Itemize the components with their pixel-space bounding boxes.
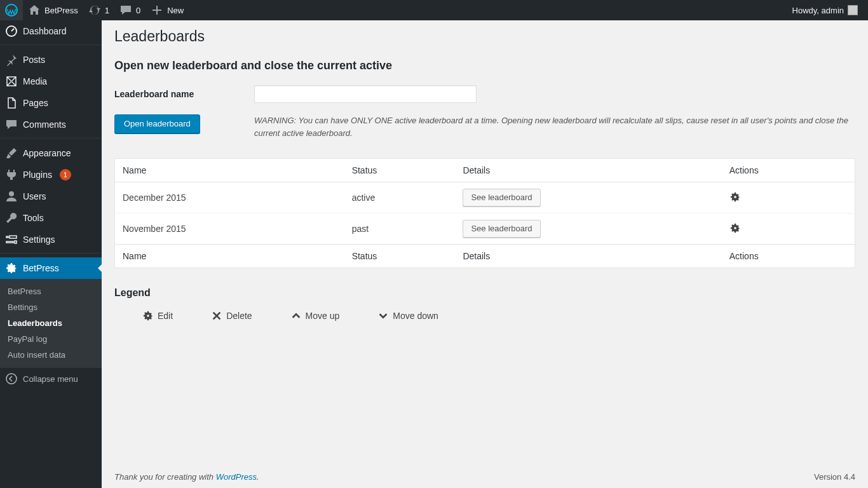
leaderboards-table: Name Status Details Actions December 201… [114, 158, 855, 268]
gear-icon [729, 222, 741, 234]
admin-bar: BetPress 1 0 New Howdy, admin [0, 0, 868, 20]
sidebar-item-comments[interactable]: Comments [0, 114, 102, 135]
col-actions: Actions [722, 245, 855, 268]
media-icon [5, 75, 18, 88]
submenu-item-betpress[interactable]: BetPress [0, 283, 102, 299]
gear-icon [729, 191, 741, 203]
page-title: Leaderboards [114, 20, 855, 48]
plugins-badge: 1 [60, 169, 71, 180]
sidebar-item-tools[interactable]: Tools [0, 207, 102, 229]
wordpress-link[interactable]: WordPress [216, 472, 257, 482]
table-row: November 2015 past See leaderboard [115, 214, 855, 245]
avatar [848, 5, 858, 15]
sidebar-item-settings[interactable]: Settings [0, 229, 102, 250]
leaderboard-name-input[interactable] [254, 85, 477, 103]
comment-icon [5, 118, 18, 131]
row-settings-button[interactable] [729, 226, 741, 236]
col-status: Status [344, 245, 456, 268]
main-content: Leaderboards Open new leaderboard and cl… [102, 20, 868, 488]
updates-menu[interactable]: 1 [83, 0, 114, 20]
dashboard-icon [5, 25, 18, 37]
sidebar-separator [0, 42, 102, 45]
comments-count: 0 [136, 6, 140, 15]
see-leaderboard-button[interactable]: See leaderboard [463, 220, 540, 238]
col-details: Details [455, 245, 721, 268]
col-name: Name [115, 159, 344, 182]
sidebar-item-plugins[interactable]: Plugins1 [0, 164, 102, 186]
chevron-up-icon [290, 310, 302, 322]
account-menu[interactable]: Howdy, admin [787, 0, 863, 20]
plugin-icon [5, 168, 18, 181]
cell-status: past [344, 214, 456, 245]
legend-delete: Delete [211, 310, 252, 322]
legend-title: Legend [114, 287, 855, 299]
sidebar-item-appearance[interactable]: Appearance [0, 142, 102, 164]
footer-thanks: Thank you for creating with WordPress. [114, 472, 259, 482]
howdy-text: Howdy, admin [792, 6, 844, 15]
sidebar-item-betpress[interactable]: BetPress [0, 257, 102, 279]
brush-icon [5, 147, 18, 159]
sidebar-item-posts[interactable]: Posts [0, 49, 102, 71]
tool-icon [5, 212, 18, 224]
wordpress-icon [5, 4, 18, 17]
new-label: New [167, 6, 184, 15]
gear-icon [142, 310, 154, 322]
x-icon [211, 310, 222, 322]
comments-menu[interactable]: 0 [114, 0, 146, 20]
site-name: BetPress [44, 6, 78, 15]
sidebar-item-media[interactable]: Media [0, 71, 102, 92]
open-leaderboard-button[interactable]: Open leaderboard [114, 114, 200, 133]
site-name-menu[interactable]: BetPress [23, 0, 83, 20]
chevron-down-icon [377, 310, 389, 322]
col-details: Details [455, 159, 721, 182]
leaderboard-name-label: Leaderboard name [114, 89, 229, 99]
plus-icon [151, 4, 163, 17]
pin-icon [5, 53, 18, 66]
table-row: December 2015 active See leaderboard [115, 182, 855, 214]
see-leaderboard-button[interactable]: See leaderboard [463, 189, 540, 207]
cell-name: November 2015 [115, 214, 344, 245]
warning-text: WARNING: You can have ONLY ONE active le… [254, 114, 851, 139]
legend-move-up: Move up [290, 310, 340, 322]
new-content-menu[interactable]: New [146, 0, 189, 20]
footer: Thank you for creating with WordPress. V… [114, 472, 855, 482]
legend: Edit Delete Move up Move down [114, 310, 855, 322]
comment-icon [119, 4, 132, 17]
updates-count: 1 [105, 6, 109, 15]
col-status: Status [344, 159, 456, 182]
col-name: Name [115, 245, 344, 268]
page-icon [5, 97, 18, 109]
gear-icon [5, 262, 18, 274]
wp-logo-menu[interactable] [0, 0, 23, 20]
submenu-item-leaderboards[interactable]: Leaderboards [0, 315, 102, 331]
row-settings-button[interactable] [729, 194, 741, 205]
collapse-menu-button[interactable]: Collapse menu [0, 368, 102, 390]
admin-sidebar: Dashboard Posts Media Pages Comments App… [0, 20, 102, 488]
home-icon [28, 4, 41, 17]
footer-version: Version 4.4 [814, 472, 855, 482]
legend-edit: Edit [142, 310, 173, 322]
cell-status: active [344, 182, 456, 214]
legend-move-down: Move down [377, 310, 438, 322]
sidebar-item-pages[interactable]: Pages [0, 92, 102, 114]
sidebar-item-users[interactable]: Users [0, 186, 102, 207]
submenu-item-bettings[interactable]: Bettings [0, 299, 102, 315]
update-icon [88, 4, 101, 17]
sidebar-separator [0, 135, 102, 139]
sidebar-item-dashboard[interactable]: Dashboard [0, 20, 102, 42]
col-actions: Actions [722, 159, 855, 182]
cell-name: December 2015 [115, 182, 344, 214]
collapse-icon [5, 372, 18, 385]
user-icon [5, 190, 18, 203]
settings-icon [5, 233, 18, 246]
section-title: Open new leaderboard and close the curre… [114, 59, 855, 72]
sidebar-separator [0, 250, 102, 254]
